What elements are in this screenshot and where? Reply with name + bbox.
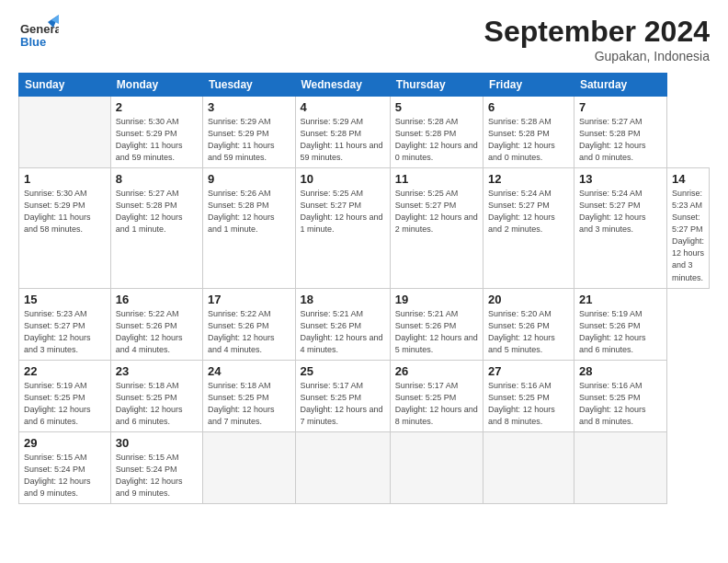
- header-friday: Friday: [483, 74, 574, 97]
- calendar-cell: 5Sunrise: 5:28 AMSunset: 5:28 PMDaylight…: [390, 97, 483, 168]
- day-number: 18: [301, 293, 385, 306]
- day-info: Sunrise: 5:24 AMSunset: 5:27 PMDaylight:…: [579, 188, 662, 236]
- day-info: Sunrise: 5:30 AMSunset: 5:29 PMDaylight:…: [116, 116, 198, 164]
- header-saturday: Saturday: [574, 74, 666, 97]
- month-title: September 2024: [484, 15, 710, 49]
- day-number: 5: [395, 100, 478, 114]
- day-number: 13: [579, 172, 662, 186]
- logo-icon: General Blue: [18, 15, 59, 55]
- day-info: Sunrise: 5:16 AMSunset: 5:25 PMDaylight:…: [488, 380, 569, 428]
- calendar-cell: 23Sunrise: 5:18 AMSunset: 5:25 PMDayligh…: [110, 360, 202, 431]
- day-number: 8: [116, 172, 198, 186]
- day-info: Sunrise: 5:15 AMSunset: 5:24 PMDaylight:…: [24, 452, 106, 500]
- day-info: Sunrise: 5:17 AMSunset: 5:25 PMDaylight:…: [395, 380, 478, 428]
- day-info: Sunrise: 5:20 AMSunset: 5:26 PMDaylight:…: [488, 308, 569, 356]
- calendar-row: 2Sunrise: 5:30 AMSunset: 5:29 PMDaylight…: [19, 97, 710, 168]
- day-number: 29: [24, 436, 106, 450]
- calendar-row: 29Sunrise: 5:15 AMSunset: 5:24 PMDayligh…: [19, 431, 710, 503]
- calendar-cell: 14Sunrise: 5:23 AMSunset: 5:27 PMDayligh…: [666, 168, 709, 288]
- calendar-cell: 7Sunrise: 5:27 AMSunset: 5:28 PMDaylight…: [574, 97, 666, 168]
- day-number: 27: [488, 364, 569, 378]
- calendar-cell: 24Sunrise: 5:18 AMSunset: 5:25 PMDayligh…: [203, 360, 296, 431]
- day-number: 14: [672, 172, 704, 186]
- calendar-cell: 2Sunrise: 5:30 AMSunset: 5:29 PMDaylight…: [110, 97, 202, 168]
- header-sunday: Sunday: [19, 74, 111, 97]
- calendar-cell: 21Sunrise: 5:19 AMSunset: 5:26 PMDayligh…: [574, 288, 666, 360]
- day-info: Sunrise: 5:25 AMSunset: 5:27 PMDaylight:…: [395, 188, 478, 236]
- day-info: Sunrise: 5:29 AMSunset: 5:28 PMDaylight:…: [301, 116, 385, 164]
- weekday-header-row: Sunday Monday Tuesday Wednesday Thursday…: [19, 74, 710, 97]
- day-info: Sunrise: 5:29 AMSunset: 5:29 PMDaylight:…: [208, 116, 290, 164]
- day-info: Sunrise: 5:26 AMSunset: 5:28 PMDaylight:…: [208, 188, 290, 236]
- calendar-row: 22Sunrise: 5:19 AMSunset: 5:25 PMDayligh…: [19, 360, 710, 431]
- calendar-cell: [295, 431, 390, 503]
- logo: General Blue: [18, 15, 59, 55]
- day-number: 15: [24, 293, 106, 306]
- header-wednesday: Wednesday: [295, 74, 390, 97]
- day-info: Sunrise: 5:27 AMSunset: 5:28 PMDaylight:…: [116, 188, 198, 236]
- calendar-cell: 10Sunrise: 5:25 AMSunset: 5:27 PMDayligh…: [295, 168, 390, 288]
- day-number: 19: [395, 293, 478, 306]
- calendar-cell: 9Sunrise: 5:26 AMSunset: 5:28 PMDaylight…: [203, 168, 296, 288]
- calendar-cell: [390, 431, 483, 503]
- day-number: 25: [301, 364, 385, 378]
- day-info: Sunrise: 5:28 AMSunset: 5:28 PMDaylight:…: [488, 116, 569, 164]
- header-thursday: Thursday: [390, 74, 483, 97]
- page: General Blue September 2024 Gupakan, Ind…: [0, 0, 728, 563]
- day-number: 2: [116, 100, 198, 114]
- day-number: 4: [301, 100, 385, 114]
- day-number: 28: [579, 364, 662, 378]
- day-number: 23: [116, 364, 198, 378]
- calendar-cell: 28Sunrise: 5:16 AMSunset: 5:25 PMDayligh…: [574, 360, 666, 431]
- day-info: Sunrise: 5:18 AMSunset: 5:25 PMDaylight:…: [208, 380, 290, 428]
- day-number: 7: [579, 100, 662, 114]
- calendar-cell: 27Sunrise: 5:16 AMSunset: 5:25 PMDayligh…: [483, 360, 574, 431]
- calendar-cell: 29Sunrise: 5:15 AMSunset: 5:24 PMDayligh…: [19, 431, 111, 503]
- day-number: 30: [116, 436, 198, 450]
- day-info: Sunrise: 5:19 AMSunset: 5:26 PMDaylight:…: [579, 308, 662, 356]
- day-info: Sunrise: 5:28 AMSunset: 5:28 PMDaylight:…: [395, 116, 478, 164]
- day-info: Sunrise: 5:16 AMSunset: 5:25 PMDaylight:…: [579, 380, 662, 428]
- calendar-cell: [19, 97, 111, 168]
- calendar-cell: 17Sunrise: 5:22 AMSunset: 5:26 PMDayligh…: [203, 288, 296, 360]
- day-number: 22: [24, 364, 106, 378]
- day-number: 12: [488, 172, 569, 186]
- calendar-cell: 6Sunrise: 5:28 AMSunset: 5:28 PMDaylight…: [483, 97, 574, 168]
- calendar-cell: 26Sunrise: 5:17 AMSunset: 5:25 PMDayligh…: [390, 360, 483, 431]
- day-info: Sunrise: 5:21 AMSunset: 5:26 PMDaylight:…: [395, 308, 478, 356]
- day-info: Sunrise: 5:23 AMSunset: 5:27 PMDaylight:…: [24, 308, 106, 356]
- calendar-cell: 19Sunrise: 5:21 AMSunset: 5:26 PMDayligh…: [390, 288, 483, 360]
- day-number: 26: [395, 364, 478, 378]
- calendar-cell: 16Sunrise: 5:22 AMSunset: 5:26 PMDayligh…: [110, 288, 202, 360]
- day-number: 24: [208, 364, 290, 378]
- calendar-cell: 1Sunrise: 5:30 AMSunset: 5:29 PMDaylight…: [19, 168, 111, 288]
- day-info: Sunrise: 5:23 AMSunset: 5:27 PMDaylight:…: [672, 188, 704, 283]
- calendar-cell: 3Sunrise: 5:29 AMSunset: 5:29 PMDaylight…: [203, 97, 296, 168]
- day-info: Sunrise: 5:30 AMSunset: 5:29 PMDaylight:…: [24, 188, 106, 236]
- calendar-row: 1Sunrise: 5:30 AMSunset: 5:29 PMDaylight…: [19, 168, 710, 288]
- calendar-row: 15Sunrise: 5:23 AMSunset: 5:27 PMDayligh…: [19, 288, 710, 360]
- day-info: Sunrise: 5:24 AMSunset: 5:27 PMDaylight:…: [488, 188, 569, 236]
- calendar-cell: [574, 431, 666, 503]
- day-number: 20: [488, 293, 569, 306]
- calendar-cell: [203, 431, 296, 503]
- calendar-cell: 25Sunrise: 5:17 AMSunset: 5:25 PMDayligh…: [295, 360, 390, 431]
- calendar-cell: 8Sunrise: 5:27 AMSunset: 5:28 PMDaylight…: [110, 168, 202, 288]
- calendar-cell: 20Sunrise: 5:20 AMSunset: 5:26 PMDayligh…: [483, 288, 574, 360]
- day-info: Sunrise: 5:19 AMSunset: 5:25 PMDaylight:…: [24, 380, 106, 428]
- day-number: 1: [24, 172, 106, 186]
- day-info: Sunrise: 5:17 AMSunset: 5:25 PMDaylight:…: [301, 380, 385, 428]
- calendar-cell: 22Sunrise: 5:19 AMSunset: 5:25 PMDayligh…: [19, 360, 111, 431]
- day-number: 9: [208, 172, 290, 186]
- calendar-cell: [483, 431, 574, 503]
- day-number: 10: [301, 172, 385, 186]
- calendar-cell: 13Sunrise: 5:24 AMSunset: 5:27 PMDayligh…: [574, 168, 666, 288]
- calendar-table: Sunday Monday Tuesday Wednesday Thursday…: [18, 73, 710, 504]
- day-number: 11: [395, 172, 478, 186]
- day-number: 17: [208, 293, 290, 306]
- day-info: Sunrise: 5:22 AMSunset: 5:26 PMDaylight:…: [208, 308, 290, 356]
- calendar-cell: 12Sunrise: 5:24 AMSunset: 5:27 PMDayligh…: [483, 168, 574, 288]
- calendar-cell: 30Sunrise: 5:15 AMSunset: 5:24 PMDayligh…: [110, 431, 202, 503]
- header: General Blue September 2024 Gupakan, Ind…: [18, 15, 710, 63]
- day-info: Sunrise: 5:22 AMSunset: 5:26 PMDaylight:…: [116, 308, 198, 356]
